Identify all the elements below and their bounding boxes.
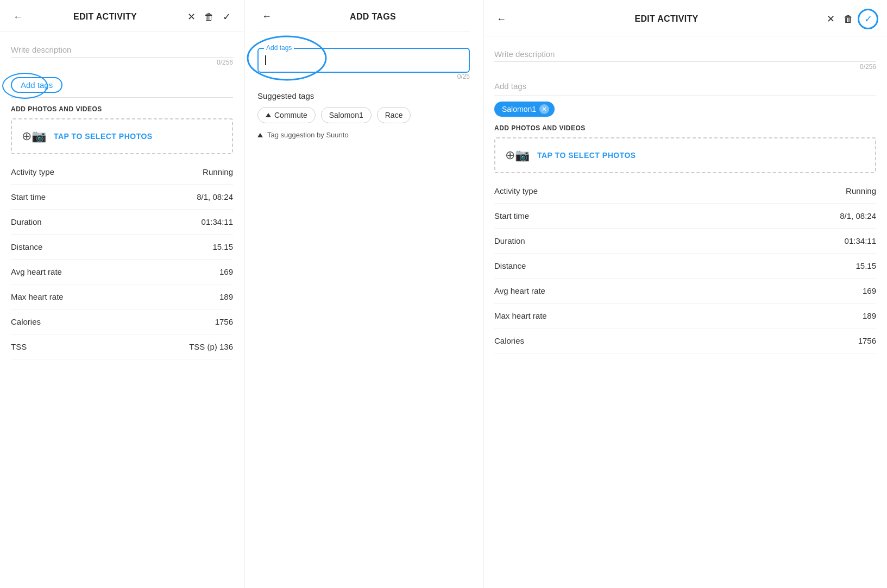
row-value: 01:34:11 [845,236,876,245]
row-value: 169 [863,286,876,295]
middle-back-button[interactable]: ← [257,9,276,24]
left-tap-photos[interactable]: TAP TO SELECT PHOTOS [54,132,153,141]
row-value: 1756 [215,317,233,326]
row-label: Max heart rate [494,311,547,320]
tags-input-label: Add tags [264,44,294,52]
left-description-area: Write description [11,41,233,58]
middle-char-count: 0/25 [257,73,470,80]
table-row: Distance 15.15 [11,235,233,260]
left-description-placeholder[interactable]: Write description [11,45,71,54]
left-close-button[interactable]: ✕ [183,9,200,25]
tag-salomon1[interactable]: Salomon1 [321,107,372,123]
selected-tag-salomon1[interactable]: Salomon1 ✕ [494,102,555,117]
right-back-button[interactable]: ← [492,11,511,27]
row-label: Avg heart rate [494,286,545,295]
left-camera-icon: ⊕📷 [22,129,46,143]
tag-race-label: Race [385,111,403,119]
tags-input-wrapper[interactable]: Add tags 0/25 [257,42,470,86]
table-row: Duration 01:34:11 [494,229,876,254]
right-title: EDIT ACTIVITY [511,14,822,24]
row-label: Max heart rate [11,292,64,301]
right-header: ← EDIT ACTIVITY ✕ 🗑 ✓ [483,0,887,36]
row-value: 189 [863,311,876,320]
suggested-tags-row: Commute Salomon1 Race [257,107,470,123]
row-label: Calories [11,317,41,326]
row-value: 169 [219,267,233,276]
commute-triangle-icon [266,113,271,117]
right-photo-upload[interactable]: ⊕📷 TAP TO SELECT PHOTOS [494,137,876,173]
table-row: Distance 15.15 [494,254,876,279]
right-description-area: Write description [494,45,876,62]
table-row: Activity type Running [11,160,233,185]
tag-commute-label: Commute [274,111,307,119]
row-label: Start time [11,192,46,201]
row-label: Duration [11,217,42,226]
middle-title: ADD TAGS [276,12,470,22]
table-row: TSS TSS (p) 136 [11,334,233,359]
left-photo-upload[interactable]: ⊕📷 TAP TO SELECT PHOTOS [11,118,233,154]
row-value: 01:34:11 [202,217,233,226]
row-label: Avg heart rate [11,267,62,276]
left-header: ← EDIT ACTIVITY ✕ 🗑 ✓ [0,0,244,32]
row-value: 1756 [858,336,876,345]
remove-tag-button[interactable]: ✕ [539,104,549,114]
table-row: Max heart rate 189 [494,304,876,328]
text-cursor [265,55,266,65]
row-value: Running [846,186,876,195]
check-icon: ✓ [864,13,872,25]
right-check-button[interactable]: ✓ [858,9,878,29]
row-label: Activity type [494,186,538,195]
right-description-placeholder[interactable]: Write description [494,49,555,59]
left-check-button[interactable]: ✓ [218,9,235,25]
right-delete-button[interactable]: 🗑 [839,11,858,27]
row-label: TSS [11,342,27,351]
row-value: TSS (p) 136 [189,342,233,351]
left-panel: ← EDIT ACTIVITY ✕ 🗑 ✓ Write description … [0,0,244,588]
row-label: Duration [494,236,525,245]
table-row: Calories 1756 [494,328,876,353]
left-char-count: 0/256 [11,59,233,66]
left-add-tags-button[interactable]: Add tags [11,77,62,93]
right-panel: ← EDIT ACTIVITY ✕ 🗑 ✓ Write description … [483,0,887,588]
table-row: Start time 8/1, 08:24 [11,185,233,210]
suggestion-triangle-icon [257,133,263,137]
middle-panel: ← ADD TAGS Add tags 0/25 Suggested tags … [244,0,483,588]
tag-salomon1-label: Salomon1 [329,111,363,119]
tag-commute[interactable]: Commute [257,107,316,123]
row-label: Calories [494,336,524,345]
right-tap-photos[interactable]: TAP TO SELECT PHOTOS [537,151,636,160]
row-value: 8/1, 08:24 [197,192,233,201]
selected-tag-label: Salomon1 [502,105,536,113]
left-add-tags-container[interactable]: Add tags [11,73,233,98]
row-label: Distance [494,261,526,270]
row-label: Activity type [11,167,54,176]
table-row: Duration 01:34:11 [11,210,233,235]
table-row: Avg heart rate 169 [11,260,233,284]
row-value: 15.15 [855,261,876,270]
right-activity-rows: Activity type Running Start time 8/1, 08… [494,179,876,353]
right-content: Write description 0/256 Add tags Salomon… [483,36,887,588]
right-photos-label: ADD PHOTOS AND VIDEOS [494,124,876,132]
left-delete-button[interactable]: 🗑 [200,9,218,25]
row-value: 15.15 [212,242,233,251]
left-content: Write description 0/256 Add tags ADD PHO… [0,32,244,588]
row-label: Distance [11,242,42,251]
right-char-count: 0/256 [494,63,876,71]
row-value: Running [203,167,233,176]
table-row: Avg heart rate 169 [494,279,876,304]
right-close-button[interactable]: ✕ [822,11,839,27]
left-photos-label: ADD PHOTOS AND VIDEOS [11,105,233,113]
right-add-tags-label[interactable]: Add tags [494,81,526,91]
table-row: Max heart rate 189 [11,284,233,309]
right-selected-tags: Salomon1 ✕ [494,102,876,117]
tag-race[interactable]: Race [377,107,411,123]
left-title: EDIT ACTIVITY [27,12,183,22]
suggestion-note-text: Tag suggestion by Suunto [267,131,349,139]
right-add-tags-container[interactable]: Add tags [494,77,876,96]
left-back-button[interactable]: ← [9,9,27,25]
row-value: 189 [219,292,233,301]
left-activity-rows: Activity type Running Start time 8/1, 08… [11,160,233,359]
suggested-label: Suggested tags [257,91,470,100]
row-label: Start time [494,211,529,220]
right-camera-icon: ⊕📷 [505,148,530,162]
